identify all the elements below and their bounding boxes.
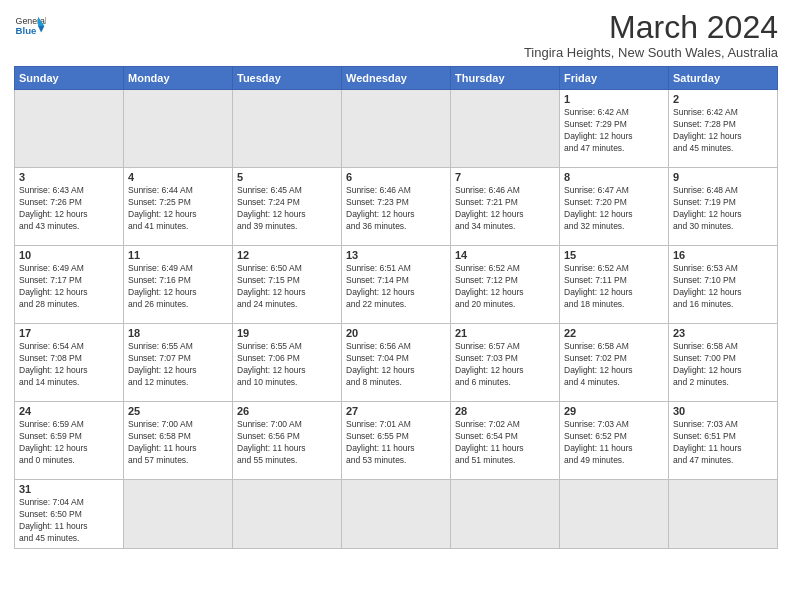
day-info: Sunrise: 7:02 AM Sunset: 6:54 PM Dayligh…	[455, 419, 555, 467]
day-info: Sunrise: 6:50 AM Sunset: 7:15 PM Dayligh…	[237, 263, 337, 311]
day-info: Sunrise: 7:01 AM Sunset: 6:55 PM Dayligh…	[346, 419, 446, 467]
day-info: Sunrise: 6:53 AM Sunset: 7:10 PM Dayligh…	[673, 263, 773, 311]
day-info: Sunrise: 6:49 AM Sunset: 7:17 PM Dayligh…	[19, 263, 119, 311]
table-row: 23Sunrise: 6:58 AM Sunset: 7:00 PM Dayli…	[669, 324, 778, 402]
table-row: 24Sunrise: 6:59 AM Sunset: 6:59 PM Dayli…	[15, 402, 124, 480]
table-row: 27Sunrise: 7:01 AM Sunset: 6:55 PM Dayli…	[342, 402, 451, 480]
table-row: 26Sunrise: 7:00 AM Sunset: 6:56 PM Dayli…	[233, 402, 342, 480]
day-info: Sunrise: 6:57 AM Sunset: 7:03 PM Dayligh…	[455, 341, 555, 389]
day-number: 18	[128, 327, 228, 339]
day-number: 31	[19, 483, 119, 495]
day-number: 26	[237, 405, 337, 417]
day-number: 15	[564, 249, 664, 261]
month-year-title: March 2024	[524, 10, 778, 45]
day-number: 1	[564, 93, 664, 105]
day-info: Sunrise: 6:56 AM Sunset: 7:04 PM Dayligh…	[346, 341, 446, 389]
day-number: 2	[673, 93, 773, 105]
day-info: Sunrise: 6:59 AM Sunset: 6:59 PM Dayligh…	[19, 419, 119, 467]
col-sunday: Sunday	[15, 67, 124, 90]
col-tuesday: Tuesday	[233, 67, 342, 90]
day-info: Sunrise: 6:52 AM Sunset: 7:12 PM Dayligh…	[455, 263, 555, 311]
table-row	[15, 90, 124, 168]
day-number: 29	[564, 405, 664, 417]
table-row	[560, 480, 669, 549]
table-row: 10Sunrise: 6:49 AM Sunset: 7:17 PM Dayli…	[15, 246, 124, 324]
col-friday: Friday	[560, 67, 669, 90]
day-number: 19	[237, 327, 337, 339]
day-number: 8	[564, 171, 664, 183]
calendar-table: Sunday Monday Tuesday Wednesday Thursday…	[14, 66, 778, 549]
day-number: 7	[455, 171, 555, 183]
table-row: 22Sunrise: 6:58 AM Sunset: 7:02 PM Dayli…	[560, 324, 669, 402]
day-number: 17	[19, 327, 119, 339]
day-info: Sunrise: 6:42 AM Sunset: 7:29 PM Dayligh…	[564, 107, 664, 155]
table-row	[342, 90, 451, 168]
table-row: 25Sunrise: 7:00 AM Sunset: 6:58 PM Dayli…	[124, 402, 233, 480]
table-row: 21Sunrise: 6:57 AM Sunset: 7:03 PM Dayli…	[451, 324, 560, 402]
table-row: 20Sunrise: 6:56 AM Sunset: 7:04 PM Dayli…	[342, 324, 451, 402]
day-number: 3	[19, 171, 119, 183]
day-info: Sunrise: 6:52 AM Sunset: 7:11 PM Dayligh…	[564, 263, 664, 311]
day-number: 6	[346, 171, 446, 183]
day-number: 16	[673, 249, 773, 261]
calendar-week-row: 31Sunrise: 7:04 AM Sunset: 6:50 PM Dayli…	[15, 480, 778, 549]
table-row: 11Sunrise: 6:49 AM Sunset: 7:16 PM Dayli…	[124, 246, 233, 324]
table-row: 2Sunrise: 6:42 AM Sunset: 7:28 PM Daylig…	[669, 90, 778, 168]
title-area: March 2024 Tingira Heights, New South Wa…	[524, 10, 778, 60]
day-info: Sunrise: 6:45 AM Sunset: 7:24 PM Dayligh…	[237, 185, 337, 233]
day-number: 25	[128, 405, 228, 417]
table-row	[451, 90, 560, 168]
table-row: 1Sunrise: 6:42 AM Sunset: 7:29 PM Daylig…	[560, 90, 669, 168]
day-number: 11	[128, 249, 228, 261]
calendar-week-row: 24Sunrise: 6:59 AM Sunset: 6:59 PM Dayli…	[15, 402, 778, 480]
day-info: Sunrise: 6:48 AM Sunset: 7:19 PM Dayligh…	[673, 185, 773, 233]
col-monday: Monday	[124, 67, 233, 90]
day-info: Sunrise: 6:51 AM Sunset: 7:14 PM Dayligh…	[346, 263, 446, 311]
day-info: Sunrise: 6:46 AM Sunset: 7:23 PM Dayligh…	[346, 185, 446, 233]
table-row: 15Sunrise: 6:52 AM Sunset: 7:11 PM Dayli…	[560, 246, 669, 324]
table-row: 18Sunrise: 6:55 AM Sunset: 7:07 PM Dayli…	[124, 324, 233, 402]
table-row: 29Sunrise: 7:03 AM Sunset: 6:52 PM Dayli…	[560, 402, 669, 480]
table-row	[233, 90, 342, 168]
logo: General Blue	[14, 10, 46, 42]
day-number: 28	[455, 405, 555, 417]
table-row: 14Sunrise: 6:52 AM Sunset: 7:12 PM Dayli…	[451, 246, 560, 324]
calendar-week-row: 3Sunrise: 6:43 AM Sunset: 7:26 PM Daylig…	[15, 168, 778, 246]
table-row: 4Sunrise: 6:44 AM Sunset: 7:25 PM Daylig…	[124, 168, 233, 246]
day-info: Sunrise: 6:49 AM Sunset: 7:16 PM Dayligh…	[128, 263, 228, 311]
day-number: 5	[237, 171, 337, 183]
day-info: Sunrise: 6:43 AM Sunset: 7:26 PM Dayligh…	[19, 185, 119, 233]
day-info: Sunrise: 7:03 AM Sunset: 6:51 PM Dayligh…	[673, 419, 773, 467]
table-row	[124, 90, 233, 168]
table-row: 12Sunrise: 6:50 AM Sunset: 7:15 PM Dayli…	[233, 246, 342, 324]
table-row	[233, 480, 342, 549]
day-info: Sunrise: 6:58 AM Sunset: 7:00 PM Dayligh…	[673, 341, 773, 389]
table-row: 8Sunrise: 6:47 AM Sunset: 7:20 PM Daylig…	[560, 168, 669, 246]
day-number: 27	[346, 405, 446, 417]
table-row: 6Sunrise: 6:46 AM Sunset: 7:23 PM Daylig…	[342, 168, 451, 246]
table-row: 28Sunrise: 7:02 AM Sunset: 6:54 PM Dayli…	[451, 402, 560, 480]
table-row: 17Sunrise: 6:54 AM Sunset: 7:08 PM Dayli…	[15, 324, 124, 402]
day-info: Sunrise: 6:46 AM Sunset: 7:21 PM Dayligh…	[455, 185, 555, 233]
table-row: 7Sunrise: 6:46 AM Sunset: 7:21 PM Daylig…	[451, 168, 560, 246]
day-info: Sunrise: 7:00 AM Sunset: 6:58 PM Dayligh…	[128, 419, 228, 467]
table-row: 16Sunrise: 6:53 AM Sunset: 7:10 PM Dayli…	[669, 246, 778, 324]
day-number: 21	[455, 327, 555, 339]
day-number: 22	[564, 327, 664, 339]
day-info: Sunrise: 6:54 AM Sunset: 7:08 PM Dayligh…	[19, 341, 119, 389]
day-number: 12	[237, 249, 337, 261]
calendar-header-row: Sunday Monday Tuesday Wednesday Thursday…	[15, 67, 778, 90]
day-info: Sunrise: 7:00 AM Sunset: 6:56 PM Dayligh…	[237, 419, 337, 467]
calendar-week-row: 10Sunrise: 6:49 AM Sunset: 7:17 PM Dayli…	[15, 246, 778, 324]
col-wednesday: Wednesday	[342, 67, 451, 90]
day-info: Sunrise: 7:03 AM Sunset: 6:52 PM Dayligh…	[564, 419, 664, 467]
table-row: 31Sunrise: 7:04 AM Sunset: 6:50 PM Dayli…	[15, 480, 124, 549]
svg-marker-3	[38, 26, 44, 32]
table-row	[669, 480, 778, 549]
day-info: Sunrise: 7:04 AM Sunset: 6:50 PM Dayligh…	[19, 497, 119, 545]
table-row: 30Sunrise: 7:03 AM Sunset: 6:51 PM Dayli…	[669, 402, 778, 480]
col-thursday: Thursday	[451, 67, 560, 90]
day-number: 23	[673, 327, 773, 339]
table-row	[342, 480, 451, 549]
calendar-week-row: 17Sunrise: 6:54 AM Sunset: 7:08 PM Dayli…	[15, 324, 778, 402]
